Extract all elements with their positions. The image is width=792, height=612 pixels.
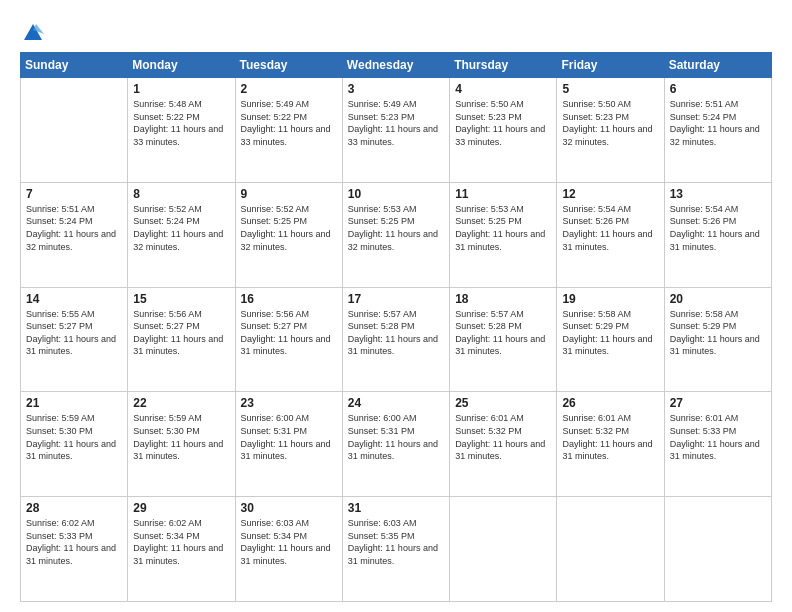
daylight-text: Daylight: 11 hours and 32 minutes. [348, 229, 438, 252]
sunset-text: Sunset: 5:33 PM [670, 426, 737, 436]
table-row: 20 Sunrise: 5:58 AM Sunset: 5:29 PM Dayl… [664, 287, 771, 392]
table-row: 11 Sunrise: 5:53 AM Sunset: 5:25 PM Dayl… [450, 182, 557, 287]
sunset-text: Sunset: 5:35 PM [348, 531, 415, 541]
sunrise-text: Sunrise: 6:03 AM [348, 518, 417, 528]
sunrise-text: Sunrise: 6:02 AM [26, 518, 95, 528]
day-number: 18 [455, 292, 551, 306]
daylight-text: Daylight: 11 hours and 31 minutes. [670, 334, 760, 357]
cell-info: Sunrise: 5:58 AM Sunset: 5:29 PM Dayligh… [562, 308, 658, 358]
day-number: 24 [348, 396, 444, 410]
daylight-text: Daylight: 11 hours and 31 minutes. [348, 439, 438, 462]
sunrise-text: Sunrise: 5:51 AM [670, 99, 739, 109]
calendar-week-row: 28 Sunrise: 6:02 AM Sunset: 5:33 PM Dayl… [21, 497, 772, 602]
sunset-text: Sunset: 5:30 PM [26, 426, 93, 436]
sunset-text: Sunset: 5:34 PM [241, 531, 308, 541]
calendar-header-row: Sunday Monday Tuesday Wednesday Thursday… [21, 53, 772, 78]
sunrise-text: Sunrise: 5:49 AM [348, 99, 417, 109]
sunset-text: Sunset: 5:28 PM [455, 321, 522, 331]
sunset-text: Sunset: 5:31 PM [241, 426, 308, 436]
table-row: 31 Sunrise: 6:03 AM Sunset: 5:35 PM Dayl… [342, 497, 449, 602]
cell-info: Sunrise: 6:03 AM Sunset: 5:34 PM Dayligh… [241, 517, 337, 567]
table-row: 1 Sunrise: 5:48 AM Sunset: 5:22 PM Dayli… [128, 78, 235, 183]
daylight-text: Daylight: 11 hours and 31 minutes. [455, 439, 545, 462]
sunrise-text: Sunrise: 5:58 AM [670, 309, 739, 319]
day-number: 2 [241, 82, 337, 96]
cell-info: Sunrise: 5:59 AM Sunset: 5:30 PM Dayligh… [133, 412, 229, 462]
day-number: 4 [455, 82, 551, 96]
day-number: 13 [670, 187, 766, 201]
header [20, 18, 772, 44]
day-number: 26 [562, 396, 658, 410]
table-row [557, 497, 664, 602]
day-number: 31 [348, 501, 444, 515]
cell-info: Sunrise: 5:54 AM Sunset: 5:26 PM Dayligh… [562, 203, 658, 253]
daylight-text: Daylight: 11 hours and 33 minutes. [348, 124, 438, 147]
daylight-text: Daylight: 11 hours and 31 minutes. [348, 543, 438, 566]
cell-info: Sunrise: 6:03 AM Sunset: 5:35 PM Dayligh… [348, 517, 444, 567]
day-number: 3 [348, 82, 444, 96]
table-row: 26 Sunrise: 6:01 AM Sunset: 5:32 PM Dayl… [557, 392, 664, 497]
day-number: 12 [562, 187, 658, 201]
cell-info: Sunrise: 5:49 AM Sunset: 5:22 PM Dayligh… [241, 98, 337, 148]
sunset-text: Sunset: 5:32 PM [562, 426, 629, 436]
daylight-text: Daylight: 11 hours and 31 minutes. [562, 334, 652, 357]
daylight-text: Daylight: 11 hours and 31 minutes. [562, 229, 652, 252]
sunrise-text: Sunrise: 5:52 AM [133, 204, 202, 214]
cell-info: Sunrise: 6:02 AM Sunset: 5:33 PM Dayligh… [26, 517, 122, 567]
daylight-text: Daylight: 11 hours and 32 minutes. [133, 229, 223, 252]
table-row: 14 Sunrise: 5:55 AM Sunset: 5:27 PM Dayl… [21, 287, 128, 392]
sunset-text: Sunset: 5:33 PM [26, 531, 93, 541]
daylight-text: Daylight: 11 hours and 31 minutes. [670, 439, 760, 462]
day-number: 20 [670, 292, 766, 306]
sunrise-text: Sunrise: 5:53 AM [348, 204, 417, 214]
day-number: 29 [133, 501, 229, 515]
daylight-text: Daylight: 11 hours and 31 minutes. [241, 439, 331, 462]
sunset-text: Sunset: 5:24 PM [26, 216, 93, 226]
sunset-text: Sunset: 5:25 PM [455, 216, 522, 226]
sunrise-text: Sunrise: 5:49 AM [241, 99, 310, 109]
cell-info: Sunrise: 5:51 AM Sunset: 5:24 PM Dayligh… [26, 203, 122, 253]
sunrise-text: Sunrise: 5:52 AM [241, 204, 310, 214]
table-row: 7 Sunrise: 5:51 AM Sunset: 5:24 PM Dayli… [21, 182, 128, 287]
daylight-text: Daylight: 11 hours and 33 minutes. [241, 124, 331, 147]
daylight-text: Daylight: 11 hours and 32 minutes. [241, 229, 331, 252]
table-row: 19 Sunrise: 5:58 AM Sunset: 5:29 PM Dayl… [557, 287, 664, 392]
table-row: 27 Sunrise: 6:01 AM Sunset: 5:33 PM Dayl… [664, 392, 771, 497]
table-row: 10 Sunrise: 5:53 AM Sunset: 5:25 PM Dayl… [342, 182, 449, 287]
cell-info: Sunrise: 5:49 AM Sunset: 5:23 PM Dayligh… [348, 98, 444, 148]
day-number: 16 [241, 292, 337, 306]
day-number: 15 [133, 292, 229, 306]
daylight-text: Daylight: 11 hours and 33 minutes. [133, 124, 223, 147]
calendar-table: Sunday Monday Tuesday Wednesday Thursday… [20, 52, 772, 602]
table-row: 3 Sunrise: 5:49 AM Sunset: 5:23 PM Dayli… [342, 78, 449, 183]
table-row: 25 Sunrise: 6:01 AM Sunset: 5:32 PM Dayl… [450, 392, 557, 497]
calendar-week-row: 21 Sunrise: 5:59 AM Sunset: 5:30 PM Dayl… [21, 392, 772, 497]
cell-info: Sunrise: 6:00 AM Sunset: 5:31 PM Dayligh… [241, 412, 337, 462]
table-row: 16 Sunrise: 5:56 AM Sunset: 5:27 PM Dayl… [235, 287, 342, 392]
sunset-text: Sunset: 5:22 PM [133, 112, 200, 122]
sunset-text: Sunset: 5:30 PM [133, 426, 200, 436]
sunrise-text: Sunrise: 5:50 AM [455, 99, 524, 109]
sunrise-text: Sunrise: 5:58 AM [562, 309, 631, 319]
sunrise-text: Sunrise: 5:59 AM [133, 413, 202, 423]
sunset-text: Sunset: 5:29 PM [562, 321, 629, 331]
cell-info: Sunrise: 5:54 AM Sunset: 5:26 PM Dayligh… [670, 203, 766, 253]
cell-info: Sunrise: 5:59 AM Sunset: 5:30 PM Dayligh… [26, 412, 122, 462]
col-tuesday: Tuesday [235, 53, 342, 78]
daylight-text: Daylight: 11 hours and 32 minutes. [670, 124, 760, 147]
day-number: 9 [241, 187, 337, 201]
sunset-text: Sunset: 5:24 PM [670, 112, 737, 122]
col-friday: Friday [557, 53, 664, 78]
sunrise-text: Sunrise: 5:51 AM [26, 204, 95, 214]
daylight-text: Daylight: 11 hours and 31 minutes. [455, 334, 545, 357]
table-row: 6 Sunrise: 5:51 AM Sunset: 5:24 PM Dayli… [664, 78, 771, 183]
sunrise-text: Sunrise: 6:02 AM [133, 518, 202, 528]
calendar-week-row: 14 Sunrise: 5:55 AM Sunset: 5:27 PM Dayl… [21, 287, 772, 392]
table-row: 15 Sunrise: 5:56 AM Sunset: 5:27 PM Dayl… [128, 287, 235, 392]
day-number: 11 [455, 187, 551, 201]
day-number: 8 [133, 187, 229, 201]
table-row: 18 Sunrise: 5:57 AM Sunset: 5:28 PM Dayl… [450, 287, 557, 392]
cell-info: Sunrise: 6:01 AM Sunset: 5:33 PM Dayligh… [670, 412, 766, 462]
day-number: 5 [562, 82, 658, 96]
col-wednesday: Wednesday [342, 53, 449, 78]
